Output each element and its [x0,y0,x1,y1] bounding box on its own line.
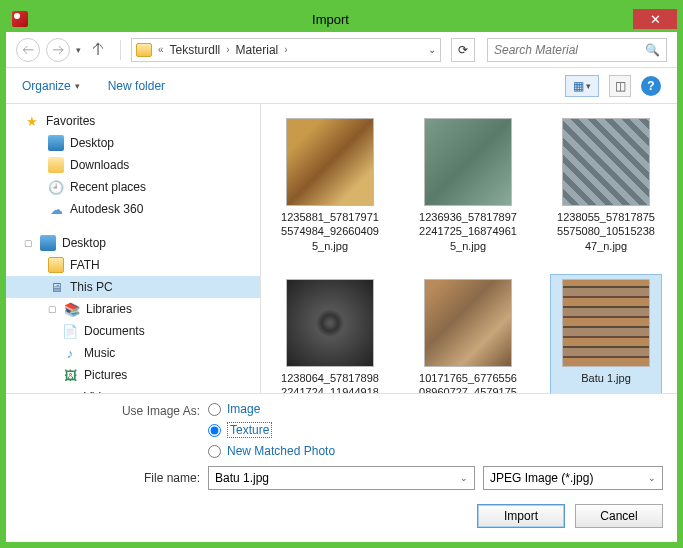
sidebar-item-label: Autodesk 360 [70,202,143,216]
file-name: 1235881_578179715574984_926604095_n.jpg [279,210,381,253]
documents-icon: 📄 [62,323,78,339]
app-icon [12,11,28,27]
sidebar-item-documents[interactable]: 📄Documents [6,320,260,342]
desktop-icon [48,135,64,151]
desktop-icon [40,235,56,251]
sidebar-item-label: Libraries [86,302,132,316]
nav-bar: 🡠 🡢 ▾ 🡡 « Teksturdll › Material › ⌄ ⟳ 🔍 [6,32,677,68]
breadcrumb-item[interactable]: Teksturdll [168,43,223,57]
file-thumbnail [424,279,512,367]
sidebar-item-label: Recent places [70,180,146,194]
sidebar-item-label: Documents [84,324,145,338]
sidebar-item-label: Downloads [70,158,129,172]
sidebar-item-label: FATH [70,258,100,272]
sidebar-item-label: Desktop [62,236,106,250]
titlebar: Import ✕ [6,6,677,32]
bottom-panel: Use Image As: Image Texture New Matched … [6,394,677,542]
radio-texture[interactable]: Texture [208,422,335,438]
breadcrumb-item[interactable]: Material [234,43,281,57]
file-item[interactable]: Batu 1.jpg [551,275,661,393]
file-item[interactable]: 1238055_578178755575080_1051523847_n.jpg [551,114,661,257]
radio-input[interactable] [208,445,221,458]
file-name-combo[interactable]: Batu 1.jpg ⌄ [208,466,475,490]
sidebar-item-libraries[interactable]: ▢📚Libraries [6,298,260,320]
up-button[interactable]: 🡡 [87,41,110,58]
help-button[interactable]: ? [641,76,661,96]
sidebar-tree: ★Favorites Desktop Downloads 🕘Recent pla… [6,104,261,393]
chevron-right-icon: › [224,44,231,55]
file-thumbnail [286,118,374,206]
radio-input[interactable] [208,403,221,416]
dropdown-icon[interactable]: ⌄ [460,473,468,483]
search-box[interactable]: 🔍 [487,38,667,62]
radio-label: New Matched Photo [227,444,335,458]
file-name: Batu 1.jpg [581,371,631,385]
import-button[interactable]: Import [477,504,565,528]
sidebar-item-fath[interactable]: FATH [6,254,260,276]
new-folder-button[interactable]: New folder [108,79,165,93]
sidebar-item-recent[interactable]: 🕘Recent places [6,176,260,198]
file-name-label: File name: [20,471,200,485]
expand-icon[interactable]: ▢ [48,304,58,314]
thumbnails-icon: ▦ [573,79,584,93]
downloads-icon [48,157,64,173]
address-dropdown[interactable]: ⌄ [428,44,436,55]
sidebar-item-downloads[interactable]: Downloads [6,154,260,176]
close-button[interactable]: ✕ [633,9,677,29]
dropdown-icon[interactable]: ⌄ [648,473,656,483]
forward-button[interactable]: 🡢 [46,38,70,62]
file-thumbnail [562,118,650,206]
cancel-button[interactable]: Cancel [575,504,663,528]
file-name: 1238064_578178982241724_1194491815_n.jpg [279,371,381,393]
recent-icon: 🕘 [48,179,64,195]
file-thumbnail [562,279,650,367]
preview-icon: ◫ [615,79,626,93]
breadcrumb-prefix[interactable]: « [156,44,166,55]
file-list[interactable]: 1235881_578179715574984_926604095_n.jpg … [261,104,677,393]
organize-menu[interactable]: Organize▾ [22,79,80,93]
folder-icon [48,257,64,273]
folder-icon [136,43,152,57]
radio-image[interactable]: Image [208,402,335,416]
history-dropdown[interactable]: ▾ [76,45,81,55]
radio-input[interactable] [208,424,221,437]
view-mode-button[interactable]: ▦▾ [565,75,599,97]
sidebar-item-music[interactable]: ♪Music [6,342,260,364]
file-name-value: Batu 1.jpg [215,471,269,485]
file-item[interactable]: 10171765_677655608960727_457917599195123… [413,275,523,393]
music-icon: ♪ [62,345,78,361]
preview-pane-button[interactable]: ◫ [609,75,631,97]
expand-icon[interactable]: ▢ [24,238,34,248]
radio-label: Texture [227,422,272,438]
file-type-combo[interactable]: JPEG Image (*.jpg) ⌄ [483,466,663,490]
file-item[interactable]: 1235881_578179715574984_926604095_n.jpg [275,114,385,257]
sidebar-item-label: Music [84,346,115,360]
separator [120,40,121,60]
file-item[interactable]: 1238064_578178982241724_1194491815_n.jpg [275,275,385,393]
search-icon: 🔍 [645,43,660,57]
sidebar-item-thispc[interactable]: 🖥This PC [6,276,260,298]
sidebar-item-desktop[interactable]: Desktop [6,132,260,154]
star-icon: ★ [24,113,40,129]
file-item[interactable]: 1236936_578178972241725_168749615_n.jpg [413,114,523,257]
sidebar-item-desktop-root[interactable]: ▢Desktop [6,232,260,254]
sidebar-item-favorites[interactable]: ★Favorites [6,110,260,132]
address-bar[interactable]: « Teksturdll › Material › ⌄ [131,38,441,62]
radio-label: Image [227,402,260,416]
search-input[interactable] [494,43,645,57]
pictures-icon: 🖼 [62,367,78,383]
back-button[interactable]: 🡠 [16,38,40,62]
radio-matched-photo[interactable]: New Matched Photo [208,444,335,458]
breadcrumb: « Teksturdll › Material › [156,43,424,57]
sidebar-item-label: Favorites [46,114,95,128]
file-thumbnail [424,118,512,206]
refresh-button[interactable]: ⟳ [451,38,475,62]
sidebar-item-pictures[interactable]: 🖼Pictures [6,364,260,386]
file-type-value: JPEG Image (*.jpg) [490,471,593,485]
sidebar-item-videos[interactable]: ▶Videos [6,386,260,393]
file-name: 1238055_578178755575080_1051523847_n.jpg [555,210,657,253]
file-thumbnail [286,279,374,367]
sidebar-item-autodesk[interactable]: ☁Autodesk 360 [6,198,260,220]
sidebar-item-label: This PC [70,280,113,294]
libraries-icon: 📚 [64,301,80,317]
